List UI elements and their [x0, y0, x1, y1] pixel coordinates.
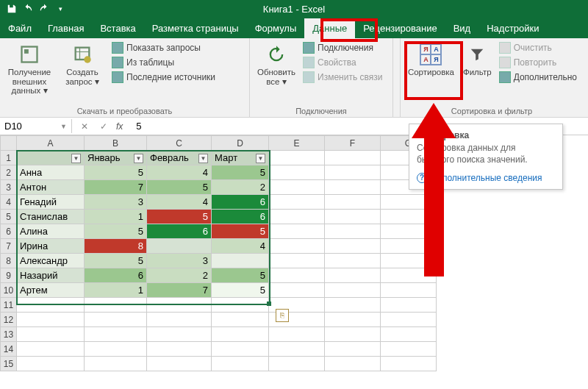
table-cell[interactable]: 6 [85, 268, 147, 283]
formula-input[interactable]: 5 [129, 121, 141, 132]
tab-insert[interactable]: Вставка [92, 18, 143, 38]
tab-file[interactable]: Файл [0, 18, 40, 38]
table-cell[interactable]: 6 [212, 210, 269, 224]
row-header[interactable]: 11 [1, 298, 17, 313]
col-header-B[interactable]: B [85, 136, 147, 151]
fx-icon[interactable]: fx [116, 121, 123, 132]
row-header[interactable]: 2 [1, 165, 17, 180]
table-cell[interactable]: 5 [212, 268, 269, 283]
table-cell[interactable]: Алина [17, 224, 85, 239]
row-header[interactable]: 5 [1, 210, 17, 224]
row-header[interactable]: 10 [1, 283, 17, 298]
tab-formulas[interactable]: Формулы [247, 18, 305, 38]
undo-icon[interactable] [21, 1, 35, 16]
table-cell[interactable]: 5 [85, 254, 147, 268]
name-box[interactable]: D10▼ [0, 119, 72, 133]
table-cell[interactable]: Назарий [17, 268, 85, 283]
table-cell[interactable]: 1 [85, 210, 147, 224]
table-cell[interactable]: 4 [147, 195, 212, 210]
new-query-button[interactable]: Создать запрос ▾ [57, 41, 107, 88]
table-cell[interactable]: 7 [147, 283, 212, 298]
tab-addins[interactable]: Надстройки [478, 18, 547, 38]
row-header[interactable]: 15 [1, 357, 17, 371]
table-cell[interactable]: Станислав [17, 210, 85, 224]
show-queries-button[interactable]: Показать запросы [110, 41, 217, 54]
table-cell[interactable]: 5 [212, 165, 269, 180]
tab-page-layout[interactable]: Разметка страницы [144, 18, 247, 38]
row-header[interactable]: 1 [1, 151, 17, 165]
table-cell[interactable]: 4 [212, 239, 269, 254]
get-external-data-button[interactable]: Получение внешних данных ▾ [4, 41, 54, 97]
row-header[interactable]: 3 [1, 180, 17, 195]
table-cell[interactable]: 2 [147, 268, 212, 283]
row-header[interactable]: 13 [1, 327, 17, 342]
table-cell[interactable]: 6 [147, 224, 212, 239]
table-cell[interactable]: Артем [17, 283, 85, 298]
tab-home[interactable]: Главная [40, 18, 92, 38]
table-cell[interactable]: 5 [147, 180, 212, 195]
redo-icon[interactable] [37, 1, 51, 16]
clear-filter-button: Очистить [498, 41, 578, 54]
col-header-F[interactable]: F [325, 136, 381, 151]
filter-dropdown-icon[interactable]: ▼ [71, 154, 81, 163]
advanced-filter-button[interactable]: Дополнительно [498, 71, 578, 84]
connections-button[interactable]: Подключения [301, 41, 384, 54]
table-header[interactable]: Январь▼ [85, 151, 147, 165]
table-cell[interactable]: 5 [212, 224, 269, 239]
tab-review[interactable]: Рецензирование [355, 18, 445, 38]
table-cell[interactable]: 8 [85, 239, 147, 254]
table-cell[interactable]: 2 [212, 180, 269, 195]
table-cell[interactable]: Генадий [17, 195, 85, 210]
table-cell[interactable]: 1 [85, 283, 147, 298]
row-header[interactable]: 4 [1, 195, 17, 210]
filter-dropdown-icon[interactable]: ▼ [256, 154, 265, 163]
table-cell[interactable]: 5 [85, 224, 147, 239]
column-headers[interactable]: A B C D E F G [1, 136, 437, 151]
advanced-icon [499, 71, 511, 83]
table-header[interactable]: ▼ [17, 151, 85, 165]
smart-tag-icon[interactable]: ⎘ [276, 309, 289, 322]
table-cell[interactable] [147, 239, 212, 254]
filter-dropdown-icon[interactable]: ▼ [134, 154, 143, 163]
col-header-A[interactable]: A [17, 136, 85, 151]
table-cell[interactable]: Александр [17, 254, 85, 268]
recent-sources-button[interactable]: Последние источники [110, 71, 217, 84]
col-header-C[interactable]: C [147, 136, 212, 151]
tab-data[interactable]: Данные [304, 18, 355, 38]
table-cell[interactable]: 5 [85, 165, 147, 180]
tooltip-more-link[interactable]: ? Дополнительные сведения [417, 173, 555, 183]
select-all-button[interactable] [1, 136, 17, 151]
save-icon[interactable] [4, 1, 19, 16]
row-header[interactable]: 14 [1, 342, 17, 357]
table-cell[interactable]: 6 [212, 195, 269, 210]
tab-view[interactable]: Вид [445, 18, 479, 38]
table-cell[interactable]: 7 [85, 180, 147, 195]
table-cell[interactable]: Анна [17, 165, 85, 180]
refresh-all-button[interactable]: Обновить все ▾ [254, 41, 298, 88]
filter-button[interactable]: Фильтр [460, 41, 495, 79]
sort-button[interactable]: ЯААЯ Сортировка [405, 41, 457, 79]
row-header[interactable]: 6 [1, 224, 17, 239]
table-cell[interactable]: 5 [147, 210, 212, 224]
table-cell[interactable] [212, 254, 269, 268]
row-header[interactable]: 7 [1, 239, 17, 254]
reapply-filter-button: Повторить [498, 56, 578, 69]
table-cell[interactable]: 4 [147, 165, 212, 180]
col-header-E[interactable]: E [269, 136, 325, 151]
table-cell[interactable]: Антон [17, 180, 85, 195]
table-cell[interactable]: Ирина [17, 239, 85, 254]
table-cell[interactable]: 3 [147, 254, 212, 268]
table-cell[interactable]: 5 [212, 283, 269, 298]
row-header[interactable]: 9 [1, 268, 17, 283]
table-header[interactable]: Февраль▼ [147, 151, 212, 165]
group-label-sort-filter: Сортировка и фильтр [405, 105, 578, 117]
name-box-dropdown-icon[interactable]: ▼ [60, 123, 67, 130]
filter-dropdown-icon[interactable]: ▼ [198, 154, 208, 163]
table-header[interactable]: Март▼ [212, 151, 269, 165]
row-header[interactable]: 8 [1, 254, 17, 268]
row-header[interactable]: 12 [1, 313, 17, 327]
col-header-D[interactable]: D [212, 136, 269, 151]
from-table-button[interactable]: Из таблицы [110, 56, 217, 69]
qat-dropdown-icon[interactable]: ▾ [53, 1, 68, 16]
table-cell[interactable]: 3 [85, 195, 147, 210]
